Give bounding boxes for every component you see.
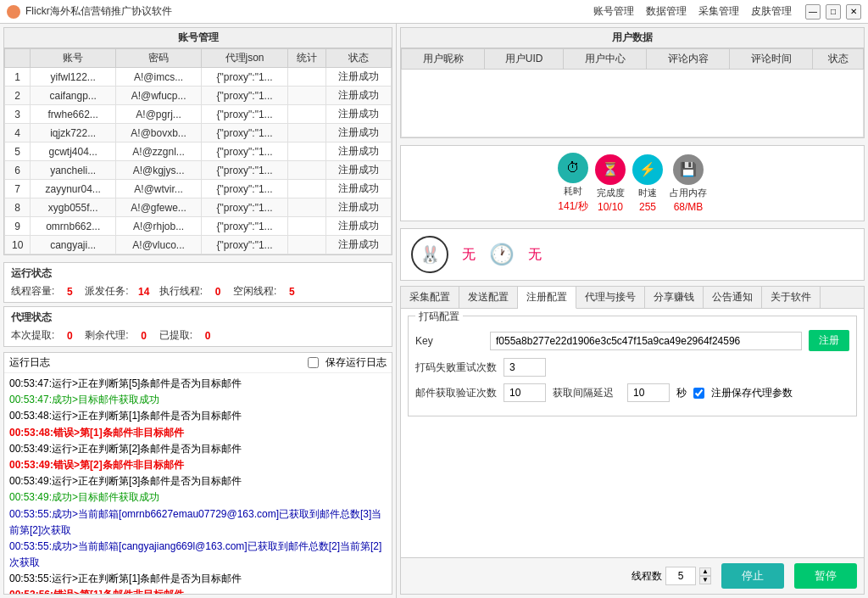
tab-公告通知[interactable]: 公告通知 bbox=[704, 287, 762, 308]
log-line: 00:53:49:运行>正在判断第[3]条邮件是否为目标邮件 bbox=[9, 473, 387, 489]
thread-control: 线程数 ▲ ▼ bbox=[632, 567, 711, 585]
fetch-delay-label: 获取间隔延迟 bbox=[553, 386, 620, 400]
user-data-title: 用户数据 bbox=[401, 28, 864, 48]
table-row[interactable]: 3frwhe662...A!@pgrj...{"proxy":"1...注册成功 bbox=[5, 105, 392, 124]
tab-关于软件[interactable]: 关于软件 bbox=[762, 287, 821, 308]
key-row: Key 注册 bbox=[415, 330, 849, 351]
email-verify-input[interactable] bbox=[504, 383, 546, 402]
nav-account[interactable]: 账号管理 bbox=[593, 4, 634, 19]
running-status-section: 运行状态 线程容量: 5 派发任务: 14 执行线程: 0 空闲线程: 5 bbox=[3, 262, 392, 303]
speed-icon: ⚡ bbox=[632, 154, 663, 185]
maximize-button[interactable]: □ bbox=[826, 4, 841, 20]
register-button[interactable]: 注册 bbox=[809, 330, 849, 351]
stat-completion-value: 10/10 bbox=[598, 201, 623, 213]
close-button[interactable]: ✕ bbox=[846, 4, 861, 20]
tab-content: 打码配置 Key 注册 打码失败重试次数 邮件获取验证次数 获取间隔延迟 bbox=[401, 309, 864, 557]
table-row[interactable]: 9omrnb662...A!@rhjob...{"proxy":"1...注册成… bbox=[5, 217, 392, 236]
fetch-delay-input[interactable] bbox=[627, 383, 670, 402]
log-header: 运行日志 保存运行日志 bbox=[4, 353, 392, 373]
thread-cap-value: 5 bbox=[61, 286, 78, 298]
nav-skin[interactable]: 皮肤管理 bbox=[751, 4, 792, 19]
left-panel: 账号管理 账号 密码 代理json 统计 状态 1yifwl122...A!@i… bbox=[0, 24, 397, 598]
stat-time: ⏱ 耗时 141/秒 bbox=[558, 153, 588, 214]
log-line: 00:53:47:成功>目标邮件获取成功 bbox=[9, 392, 387, 408]
stop-button[interactable]: 停止 bbox=[721, 563, 784, 589]
avatar-row: 🐰 无 🕐 无 bbox=[404, 232, 860, 277]
title-bar-right: 账号管理 数据管理 采集管理 皮肤管理 — □ ✕ bbox=[593, 4, 861, 20]
user-table: 用户昵称 用户UID 用户中心 评论内容 评论时间 状态 bbox=[401, 48, 864, 137]
table-row[interactable]: 5gcwtj404...A!@zzgnl...{"proxy":"1...注册成… bbox=[5, 143, 392, 161]
user-col-nickname: 用户昵称 bbox=[402, 49, 485, 70]
col-stats: 统计 bbox=[287, 49, 326, 68]
log-content: 00:53:47:运行>正在判断第[5]条邮件是否为目标邮件00:53:47:成… bbox=[4, 373, 392, 594]
key-input[interactable] bbox=[490, 332, 802, 350]
dispatch-label: 派发任务: bbox=[85, 284, 128, 299]
pause-button[interactable]: 暂停 bbox=[794, 563, 857, 589]
table-row[interactable]: 2caifangp...A!@wfucp...{"proxy":"1...注册成… bbox=[5, 87, 392, 105]
save-proxy-checkbox[interactable] bbox=[693, 388, 704, 399]
fetch-count-label: 本次提取: bbox=[11, 328, 54, 343]
thread-increment[interactable]: ▲ bbox=[699, 567, 711, 576]
table-row[interactable]: 8xygb055f...A!@gfewe...{"proxy":"1...注册成… bbox=[5, 198, 392, 217]
log-line: 00:53:48:运行>正在判断第[1]条邮件是否为目标邮件 bbox=[9, 408, 387, 424]
minimize-button[interactable]: — bbox=[805, 4, 821, 20]
running-status-row: 线程容量: 5 派发任务: 14 执行线程: 0 空闲线程: 5 bbox=[11, 284, 385, 299]
win-controls: — □ ✕ bbox=[805, 4, 861, 20]
account-table: 账号 密码 代理json 统计 状态 1yifwl122...A!@imcs..… bbox=[4, 48, 392, 254]
log-section: 运行日志 保存运行日志 00:53:47:运行>正在判断第[5]条邮件是否为目标… bbox=[3, 352, 392, 595]
user-col-status: 状态 bbox=[813, 49, 864, 70]
user-data-section: 用户数据 用户昵称 用户UID 用户中心 评论内容 评论时间 状态 bbox=[400, 27, 865, 138]
tab-发送配置[interactable]: 发送配置 bbox=[459, 287, 518, 308]
code-config-title: 打码配置 bbox=[415, 310, 463, 324]
nav-data[interactable]: 数据管理 bbox=[646, 4, 687, 19]
memory-icon: 💾 bbox=[673, 154, 704, 185]
proxy-status-section: 代理状态 本次提取: 0 剩余代理: 0 已提取: 0 bbox=[3, 306, 392, 347]
exec-thread-label: 执行线程: bbox=[159, 284, 203, 299]
col-proxy: 代理json bbox=[202, 49, 288, 68]
title-bar: Flickr海外私信营销推广协议软件 账号管理 数据管理 采集管理 皮肤管理 —… bbox=[0, 0, 868, 24]
log-save-option[interactable]: 保存运行日志 bbox=[308, 355, 387, 370]
nav-collect[interactable]: 采集管理 bbox=[698, 4, 739, 19]
log-line: 00:53:55:成功>当前邮箱[omrnb6627emau07729@163.… bbox=[9, 506, 387, 539]
thread-label: 线程数 bbox=[632, 569, 662, 584]
stat-memory-value: 68/MB bbox=[674, 201, 704, 213]
stat-speed: ⚡ 时速 255 bbox=[632, 154, 663, 213]
tab-注册配置[interactable]: 注册配置 bbox=[518, 287, 576, 309]
tab-分享赚钱[interactable]: 分享赚钱 bbox=[645, 287, 704, 308]
table-row[interactable]: 6yancheli...A!@kgjys...{"proxy":"1...注册成… bbox=[5, 161, 392, 180]
app-title: Flickr海外私信营销推广协议软件 bbox=[25, 4, 172, 19]
table-row[interactable]: 7zayynur04...A!@wtvir...{"proxy":"1...注册… bbox=[5, 180, 392, 198]
table-row[interactable]: 4iqjzk722...A!@bovxb...{"proxy":"1...注册成… bbox=[5, 124, 392, 143]
fetch-delay-unit: 秒 bbox=[676, 386, 687, 400]
fail-retry-row: 打码失败重试次数 bbox=[415, 358, 849, 377]
col-account: 账号 bbox=[31, 49, 116, 68]
proxy-status-row: 本次提取: 0 剩余代理: 0 已提取: 0 bbox=[11, 328, 385, 343]
stat-completion-label: 完成度 bbox=[597, 187, 625, 199]
stat-time-label: 耗时 bbox=[564, 185, 582, 198]
fetched-label: 已提取: bbox=[159, 328, 192, 343]
col-status: 状态 bbox=[326, 49, 391, 68]
tab-采集配置[interactable]: 采集配置 bbox=[401, 287, 459, 308]
stat-speed-value: 255 bbox=[639, 201, 656, 213]
tab-代理与接号[interactable]: 代理与接号 bbox=[576, 287, 645, 308]
thread-decrement[interactable]: ▼ bbox=[699, 576, 711, 584]
idle-thread-value: 5 bbox=[283, 286, 300, 298]
fail-retry-input[interactable] bbox=[504, 358, 546, 377]
running-status-title: 运行状态 bbox=[11, 266, 385, 281]
account-section: 账号管理 账号 密码 代理json 统计 状态 1yifwl122...A!@i… bbox=[3, 27, 392, 255]
table-row[interactable]: 1yifwl122...A!@imcs...{"proxy":"1...注册成功 bbox=[5, 68, 392, 87]
email-verify-label: 邮件获取验证次数 bbox=[415, 386, 497, 400]
table-row[interactable]: 10cangyaji...A!@vluco...{"proxy":"1...注册… bbox=[5, 236, 392, 254]
hourglass-icon: ⏳ bbox=[595, 154, 626, 185]
thread-input[interactable] bbox=[665, 567, 696, 585]
no-value-2: 无 bbox=[528, 246, 542, 264]
clock-icon: 🕐 bbox=[489, 243, 515, 266]
save-log-checkbox[interactable] bbox=[308, 357, 319, 368]
save-log-label: 保存运行日志 bbox=[326, 355, 387, 370]
title-nav: 账号管理 数据管理 采集管理 皮肤管理 bbox=[593, 4, 792, 19]
proxy-status-title: 代理状态 bbox=[11, 310, 385, 325]
log-line: 00:53:56:错误>第[1]条邮件非目标邮件 bbox=[9, 587, 387, 594]
code-config-group: 打码配置 Key 注册 打码失败重试次数 邮件获取验证次数 获取间隔延迟 bbox=[408, 316, 857, 416]
main-layout: 账号管理 账号 密码 代理json 统计 状态 1yifwl122...A!@i… bbox=[0, 24, 868, 598]
fetched-value: 0 bbox=[199, 330, 216, 342]
